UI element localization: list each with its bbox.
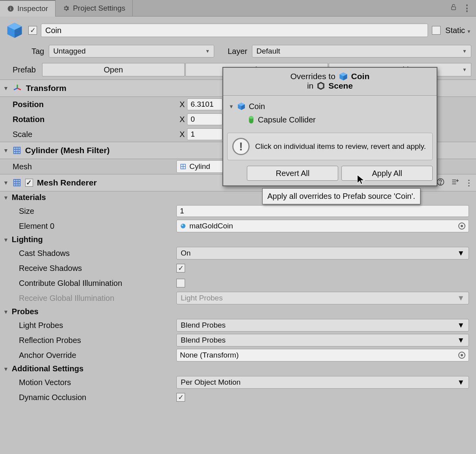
overrides-tree-root[interactable]: ▼ Coin <box>229 100 431 113</box>
axis-x-label: X <box>180 115 185 124</box>
capsule-collider-icon <box>248 115 255 124</box>
overrides-info-box: ! Click on individual items to review, r… <box>227 133 433 160</box>
tab-label: Project Settings <box>73 4 125 13</box>
materials-size-label: Size <box>7 207 176 216</box>
svg-point-41 <box>249 116 253 119</box>
rotation-x-input[interactable] <box>187 113 222 125</box>
prefab-cube-icon <box>237 102 246 111</box>
chevron-down-icon: ▼ <box>457 321 465 330</box>
chevron-down-icon: ▼ <box>205 48 210 54</box>
overrides-target-name: Coin <box>351 72 370 81</box>
receive-gi-label: Receive Global Illumination <box>7 294 176 303</box>
contribute-gi-label: Contribute Global Illumination <box>7 279 176 288</box>
apply-all-button[interactable]: Apply All <box>341 166 433 181</box>
position-x-input[interactable] <box>187 98 222 110</box>
svg-point-30 <box>181 224 185 228</box>
motion-vectors-label: Motion Vectors <box>7 378 176 387</box>
kebab-menu-icon[interactable]: ⋮ <box>463 3 471 13</box>
dynamic-occlusion-label: Dynamic Occlusion <box>7 393 176 402</box>
receive-shadows-checkbox[interactable]: ✓ <box>176 264 185 272</box>
component-title: Transform <box>26 83 67 93</box>
light-probes-label: Light Probes <box>7 321 176 330</box>
chevron-down-icon: ▼ <box>462 67 467 72</box>
object-picker-icon[interactable] <box>458 352 465 359</box>
preset-icon[interactable] <box>451 178 459 187</box>
gear-icon <box>63 5 70 12</box>
tag-dropdown[interactable]: Untagged ▼ <box>49 45 214 57</box>
lighting-foldout[interactable]: ▼ Lighting <box>0 233 476 246</box>
svg-line-8 <box>17 88 21 90</box>
cast-shadows-label: Cast Shadows <box>7 249 176 258</box>
prefab-label: Prefab <box>5 65 41 74</box>
info-bang-icon: ! <box>232 138 250 155</box>
help-icon[interactable] <box>437 178 445 187</box>
static-checkbox[interactable] <box>432 26 441 35</box>
overrides-popup-header: Overrides to Coin in Scene <box>223 68 437 96</box>
foldout-icon: ▼ <box>3 85 9 91</box>
overrides-tree-item[interactable]: Capsule Collider <box>229 113 431 126</box>
prefab-open-button[interactable]: Open <box>42 63 185 76</box>
gameobject-enabled-checkbox[interactable]: ✓ <box>28 26 37 35</box>
mesh-renderer-icon <box>13 178 21 187</box>
overrides-scene-name: Scene <box>328 81 353 91</box>
receive-shadows-label: Receive Shadows <box>7 264 176 273</box>
lock-icon[interactable] <box>450 3 457 13</box>
light-probes-dropdown[interactable]: Blend Probes ▼ <box>176 319 469 332</box>
svg-rect-3 <box>452 7 456 10</box>
chevron-down-icon: ▼ <box>457 378 465 387</box>
material-icon <box>180 223 186 229</box>
axis-x-label: X <box>180 130 185 139</box>
foldout-icon: ▼ <box>3 147 9 154</box>
reflection-probes-dropdown[interactable]: Blend Probes ▼ <box>176 334 469 347</box>
foldout-icon: ▼ <box>3 180 9 186</box>
svg-line-9 <box>14 88 17 90</box>
receive-gi-dropdown: Light Probes ▼ <box>176 292 469 304</box>
tab-bar: Inspector Project Settings ⋮ <box>0 0 476 17</box>
mesh-renderer-enabled-checkbox[interactable]: ✓ <box>25 179 33 187</box>
kebab-menu-icon[interactable]: ⋮ <box>465 178 473 187</box>
layer-dropdown[interactable]: Default ▼ <box>252 45 471 57</box>
probes-foldout[interactable]: ▼ Probes <box>0 306 476 318</box>
mesh-object-field[interactable]: Cylind <box>176 160 224 173</box>
overrides-popup: Overrides to Coin in Scene ▼ Coin Ca <box>222 67 437 186</box>
anchor-override-field[interactable]: None (Transform) <box>176 349 469 361</box>
svg-point-24 <box>440 183 441 184</box>
cast-shadows-dropdown[interactable]: On ▼ <box>176 247 469 259</box>
materials-element0-value: matGoldCoin <box>189 222 233 230</box>
gameobject-name-input[interactable] <box>41 24 428 37</box>
unity-icon <box>317 82 325 90</box>
anchor-override-value: None (Transform) <box>180 351 239 359</box>
component-title: Cylinder (Mesh Filter) <box>25 146 110 155</box>
materials-size-input[interactable] <box>176 205 469 217</box>
reflection-probes-label: Reflection Probes <box>7 336 176 345</box>
dynamic-occlusion-checkbox[interactable]: ✓ <box>176 393 185 402</box>
object-picker-icon[interactable] <box>458 222 465 230</box>
materials-element0-field[interactable]: matGoldCoin <box>176 220 469 232</box>
scale-label: Scale <box>7 130 176 139</box>
rotation-label: Rotation <box>7 115 176 124</box>
prefab-cube-icon <box>5 20 24 40</box>
mesh-label: Mesh <box>7 162 176 171</box>
foldout-icon: ▼ <box>229 104 234 109</box>
revert-all-button[interactable]: Revert All <box>247 166 338 181</box>
svg-rect-10 <box>14 147 20 154</box>
mesh-value: Cylind <box>189 162 210 171</box>
axis-x-label: X <box>180 100 185 109</box>
motion-vectors-dropdown[interactable]: Per Object Motion ▼ <box>176 376 469 389</box>
static-label[interactable]: Static <box>443 26 471 35</box>
chevron-down-icon: ▼ <box>457 249 465 258</box>
chevron-down-icon: ▼ <box>457 294 465 302</box>
svg-rect-2 <box>10 7 11 7</box>
tab-project-settings[interactable]: Project Settings <box>56 0 133 17</box>
layer-label: Layer <box>228 47 247 56</box>
component-title: Mesh Renderer <box>37 178 97 187</box>
additional-settings-foldout[interactable]: ▼ Additional Settings <box>0 363 476 375</box>
tab-label: Inspector <box>17 4 48 13</box>
info-icon <box>7 5 14 12</box>
svg-rect-1 <box>10 8 11 10</box>
mesh-filter-icon <box>13 146 21 155</box>
scale-x-input[interactable] <box>187 128 222 140</box>
contribute-gi-checkbox[interactable] <box>176 279 185 287</box>
tab-inspector[interactable]: Inspector <box>0 0 56 17</box>
apply-all-tooltip: Apply all overrides to Prefab source 'Co… <box>262 188 420 204</box>
